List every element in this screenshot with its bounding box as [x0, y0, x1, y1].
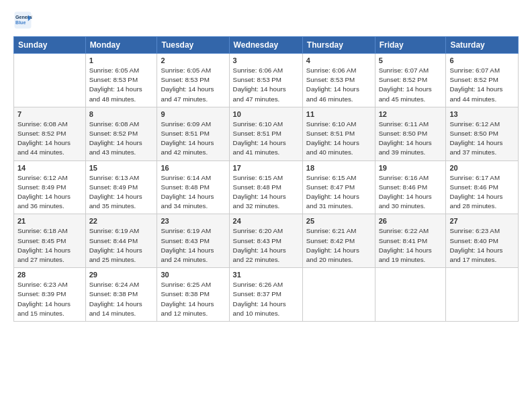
calendar-cell: 30Sunrise: 6:25 AMSunset: 8:38 PMDayligh…: [157, 268, 229, 322]
day-detail: Sunrise: 6:23 AMSunset: 8:39 PMDaylight:…: [17, 280, 82, 318]
calendar-cell: 15Sunrise: 6:13 AMSunset: 8:49 PMDayligh…: [85, 161, 157, 214]
day-number: 30: [161, 271, 225, 279]
calendar-cell: 16Sunrise: 6:14 AMSunset: 8:48 PMDayligh…: [157, 161, 229, 214]
day-detail: Sunrise: 6:09 AMSunset: 8:51 PMDaylight:…: [161, 120, 225, 158]
day-number: 14: [17, 164, 82, 172]
calendar-week-row: 28Sunrise: 6:23 AMSunset: 8:39 PMDayligh…: [14, 268, 519, 322]
calendar-header-row: SundayMondayTuesdayWednesdayThursdayFrid…: [14, 37, 519, 54]
day-detail: Sunrise: 6:14 AMSunset: 8:48 PMDaylight:…: [161, 173, 225, 212]
day-detail: Sunrise: 6:10 AMSunset: 8:51 PMDaylight:…: [233, 120, 299, 158]
day-detail: Sunrise: 6:08 AMSunset: 8:52 PMDaylight:…: [17, 120, 82, 158]
svg-text:Blue: Blue: [15, 20, 26, 25]
day-detail: Sunrise: 6:08 AMSunset: 8:52 PMDaylight:…: [89, 120, 154, 158]
day-number: 17: [233, 164, 299, 172]
calendar-col-header: Wednesday: [229, 37, 302, 54]
day-detail: Sunrise: 6:06 AMSunset: 8:53 PMDaylight:…: [306, 66, 371, 104]
calendar-cell: 27Sunrise: 6:23 AMSunset: 8:40 PMDayligh…: [446, 214, 519, 268]
day-detail: Sunrise: 6:20 AMSunset: 8:43 PMDaylight:…: [233, 226, 299, 265]
logo-icon: General Blue: [13, 11, 32, 30]
calendar-cell: 21Sunrise: 6:18 AMSunset: 8:45 PMDayligh…: [14, 214, 86, 268]
day-detail: Sunrise: 6:12 AMSunset: 8:49 PMDaylight:…: [17, 173, 82, 212]
day-number: 24: [233, 217, 299, 225]
day-detail: Sunrise: 6:23 AMSunset: 8:40 PMDaylight:…: [449, 226, 515, 265]
day-number: 28: [17, 271, 82, 279]
day-number: 25: [306, 217, 371, 225]
calendar-col-header: Saturday: [446, 37, 519, 54]
day-number: 4: [306, 56, 371, 64]
calendar-cell: 8Sunrise: 6:08 AMSunset: 8:52 PMDaylight…: [85, 107, 157, 161]
day-number: 20: [449, 164, 515, 172]
calendar-cell: 7Sunrise: 6:08 AMSunset: 8:52 PMDaylight…: [14, 107, 86, 161]
calendar-cell: 5Sunrise: 6:07 AMSunset: 8:52 PMDaylight…: [375, 54, 446, 107]
calendar-cell: 6Sunrise: 6:07 AMSunset: 8:52 PMDaylight…: [446, 54, 519, 107]
page-container: General Blue SundayMondayTuesdayWednesda…: [0, 0, 532, 328]
calendar-cell: [302, 268, 375, 322]
day-detail: Sunrise: 6:10 AMSunset: 8:51 PMDaylight:…: [306, 120, 371, 158]
calendar-cell: 3Sunrise: 6:06 AMSunset: 8:53 PMDaylight…: [229, 54, 302, 107]
day-detail: Sunrise: 6:26 AMSunset: 8:37 PMDaylight:…: [233, 280, 299, 318]
day-detail: Sunrise: 6:22 AMSunset: 8:41 PMDaylight:…: [379, 226, 443, 265]
calendar-cell: 25Sunrise: 6:21 AMSunset: 8:42 PMDayligh…: [302, 214, 375, 268]
calendar-cell: 10Sunrise: 6:10 AMSunset: 8:51 PMDayligh…: [229, 107, 302, 161]
day-number: 29: [89, 271, 154, 279]
calendar-col-header: Friday: [375, 37, 446, 54]
calendar-col-header: Tuesday: [157, 37, 229, 54]
day-detail: Sunrise: 6:07 AMSunset: 8:52 PMDaylight:…: [379, 66, 443, 104]
day-number: 22: [89, 217, 154, 225]
logo: General Blue: [13, 11, 35, 30]
calendar-cell: 19Sunrise: 6:16 AMSunset: 8:46 PMDayligh…: [375, 161, 446, 214]
day-detail: Sunrise: 6:21 AMSunset: 8:42 PMDaylight:…: [306, 226, 371, 265]
calendar-week-row: 7Sunrise: 6:08 AMSunset: 8:52 PMDaylight…: [14, 107, 519, 161]
calendar-cell: 20Sunrise: 6:17 AMSunset: 8:46 PMDayligh…: [446, 161, 519, 214]
page-header: General Blue: [13, 11, 519, 30]
calendar-cell: 23Sunrise: 6:19 AMSunset: 8:43 PMDayligh…: [157, 214, 229, 268]
calendar-cell: 24Sunrise: 6:20 AMSunset: 8:43 PMDayligh…: [229, 214, 302, 268]
calendar-cell: 26Sunrise: 6:22 AMSunset: 8:41 PMDayligh…: [375, 214, 446, 268]
calendar-cell: 22Sunrise: 6:19 AMSunset: 8:44 PMDayligh…: [85, 214, 157, 268]
day-detail: Sunrise: 6:16 AMSunset: 8:46 PMDaylight:…: [379, 173, 443, 212]
day-number: 5: [379, 56, 443, 64]
calendar-cell: 29Sunrise: 6:24 AMSunset: 8:38 PMDayligh…: [85, 268, 157, 322]
day-number: 18: [306, 164, 371, 172]
day-detail: Sunrise: 6:17 AMSunset: 8:46 PMDaylight:…: [449, 173, 515, 212]
day-number: 23: [161, 217, 225, 225]
day-number: 31: [233, 271, 299, 279]
calendar-cell: 13Sunrise: 6:12 AMSunset: 8:50 PMDayligh…: [446, 107, 519, 161]
calendar-week-row: 21Sunrise: 6:18 AMSunset: 8:45 PMDayligh…: [14, 214, 519, 268]
day-number: 10: [233, 110, 299, 118]
calendar-cell: [375, 268, 446, 322]
calendar-week-row: 14Sunrise: 6:12 AMSunset: 8:49 PMDayligh…: [14, 161, 519, 214]
day-number: 13: [449, 110, 515, 118]
calendar-cell: 4Sunrise: 6:06 AMSunset: 8:53 PMDaylight…: [302, 54, 375, 107]
day-number: 2: [161, 56, 225, 64]
calendar-cell: 31Sunrise: 6:26 AMSunset: 8:37 PMDayligh…: [229, 268, 302, 322]
calendar-cell: 12Sunrise: 6:11 AMSunset: 8:50 PMDayligh…: [375, 107, 446, 161]
day-number: 11: [306, 110, 371, 118]
day-number: 26: [379, 217, 443, 225]
calendar-cell: 9Sunrise: 6:09 AMSunset: 8:51 PMDaylight…: [157, 107, 229, 161]
calendar-cell: 1Sunrise: 6:05 AMSunset: 8:53 PMDaylight…: [85, 54, 157, 107]
calendar-col-header: Monday: [85, 37, 157, 54]
calendar-cell: 28Sunrise: 6:23 AMSunset: 8:39 PMDayligh…: [14, 268, 86, 322]
calendar-cell: 11Sunrise: 6:10 AMSunset: 8:51 PMDayligh…: [302, 107, 375, 161]
calendar-cell: 2Sunrise: 6:05 AMSunset: 8:53 PMDaylight…: [157, 54, 229, 107]
day-number: 19: [379, 164, 443, 172]
day-number: 12: [379, 110, 443, 118]
day-detail: Sunrise: 6:15 AMSunset: 8:48 PMDaylight:…: [233, 173, 299, 212]
day-number: 8: [89, 110, 154, 118]
day-number: 9: [161, 110, 225, 118]
calendar-week-row: 1Sunrise: 6:05 AMSunset: 8:53 PMDaylight…: [14, 54, 519, 107]
day-detail: Sunrise: 6:06 AMSunset: 8:53 PMDaylight:…: [233, 66, 299, 104]
day-detail: Sunrise: 6:07 AMSunset: 8:52 PMDaylight:…: [449, 66, 515, 104]
day-detail: Sunrise: 6:05 AMSunset: 8:53 PMDaylight:…: [89, 66, 154, 104]
calendar-cell: 17Sunrise: 6:15 AMSunset: 8:48 PMDayligh…: [229, 161, 302, 214]
calendar-col-header: Thursday: [302, 37, 375, 54]
day-detail: Sunrise: 6:13 AMSunset: 8:49 PMDaylight:…: [89, 173, 154, 212]
day-number: 21: [17, 217, 82, 225]
calendar-cell: [14, 54, 86, 107]
day-number: 3: [233, 56, 299, 64]
calendar-col-header: Sunday: [14, 37, 86, 54]
day-number: 15: [89, 164, 154, 172]
day-detail: Sunrise: 6:19 AMSunset: 8:43 PMDaylight:…: [161, 226, 225, 265]
day-detail: Sunrise: 6:12 AMSunset: 8:50 PMDaylight:…: [449, 120, 515, 158]
